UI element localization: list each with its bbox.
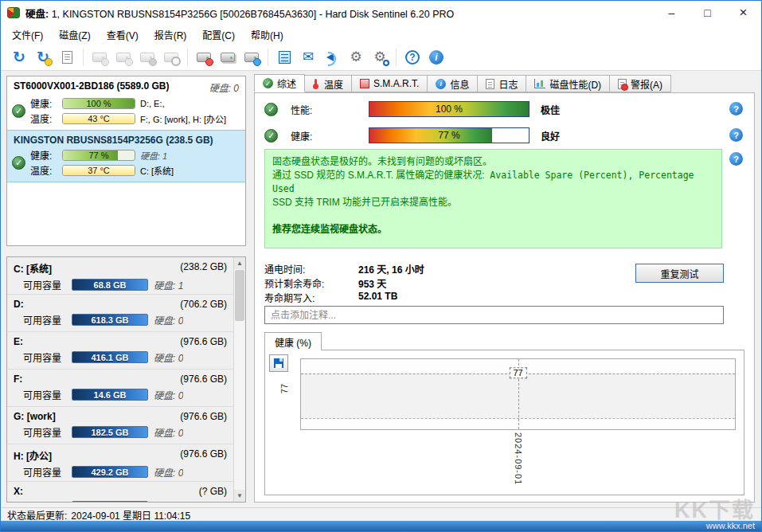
sound-alert-button[interactable] [320, 46, 344, 68]
disk-remove-button[interactable] [240, 46, 264, 68]
status-line: 通过 SSD 规范的 S.M.A.R.T. 属性确定的健康状况: Availab… [272, 169, 714, 196]
free-space-bar: 68.8 GB [72, 279, 148, 291]
health-value: 100 % [63, 99, 135, 109]
partition-name: H: [办公] [14, 448, 52, 462]
free-space-value: 618.3 GB [72, 315, 147, 326]
tab-alerts[interactable]: 警报(A) [610, 75, 671, 92]
content-area: ✓综述 温度 S.M.A.R.T. i信息 日志 磁盘性能(D) 警报(A) ✓… [254, 74, 755, 503]
overview-panel: ✓ 性能: 100 % 极佳 ? ✓ 健康: 77 % 良 [254, 92, 755, 503]
health-bar: 77 % [369, 127, 529, 143]
minimize-button[interactable]: – [654, 1, 690, 25]
sidebar: ST6000VX001-2BD186 (5589.0 GB) 硬盘: 0 ✓ 健… [6, 76, 246, 507]
partition-disk-number: 硬盘: 0 [154, 388, 183, 401]
main-tabs: ✓综述 温度 S.M.A.R.T. i信息 日志 磁盘性能(D) 警报(A) [254, 74, 755, 92]
partition-disk-number: 硬盘: 0 [154, 425, 183, 439]
partition-row-f[interactable]: F:(976.6 GB) 可用容量 14.6 GB 硬盘: 0 [7, 370, 233, 407]
statusbar: 状态最后更新: 2024-09-01 星期日 11:04:15 [1, 507, 761, 521]
temperature-value: 43 °C [63, 114, 135, 124]
settings-button[interactable]: ⚙ [344, 46, 368, 68]
performance-help-icon[interactable]: ? [729, 102, 743, 115]
health-graph-tab-label: 健康 (%) [275, 335, 311, 349]
titlebar: 硬盘: 1, KINGSTON RBUSNS8154P3256G [50026B… [1, 1, 761, 25]
menu-view[interactable]: 查看(V) [99, 25, 147, 44]
partition-row-h[interactable]: H: [办公](976.6 GB) 可用容量 429.2 GB 硬盘: 0 [7, 444, 233, 482]
disk-number: 硬盘: 1 [139, 149, 240, 162]
disk-remove-icon [244, 53, 259, 62]
bar-chart-icon [534, 79, 545, 88]
drive-letters: C: [系统] [139, 164, 240, 177]
toolbar: ↻ ↻ ✉ ⚙ ⚙ ? i [1, 44, 761, 71]
partition-row-d[interactable]: D:(706.2 GB) 可用容量 618.3 GB 硬盘: 0 [7, 295, 233, 332]
performance-rating: 极佳 [541, 103, 560, 116]
retest-button[interactable]: 重复测试 [635, 264, 724, 283]
menu-report[interactable]: 报告(R) [147, 25, 195, 44]
status-line-text: 通过 SSD 规范的 S.M.A.R.T. 属性确定的健康状况: [272, 170, 485, 181]
surface-test-button [88, 46, 111, 68]
plot-area: 77 [300, 358, 736, 430]
disk-item-st6000[interactable]: ST6000VX001-2BD186 (5589.0 GB) 硬盘: 0 ✓ 健… [7, 76, 245, 130]
partition-row-g[interactable]: G: [work](976.6 GB) 可用容量 182.5 GB 硬盘: 0 [7, 407, 233, 444]
disk-eject-icon [197, 53, 211, 62]
free-space-value: 416.1 GB [72, 352, 147, 363]
window-title: 硬盘: 1, KINGSTON RBUSNS8154P3256G [50026B… [25, 6, 654, 21]
partition-row-c[interactable]: C: [系统](238.2 GB) 可用容量 68.8 GB 硬盘: 1 [7, 257, 233, 295]
partition-scrollbar[interactable]: ▲ ▼ [233, 257, 245, 502]
menu-file[interactable]: 文件(F) [4, 25, 51, 44]
scrollbar-thumb[interactable] [235, 270, 244, 321]
free-space-label: 可用容量 [23, 500, 66, 502]
disk-clock-button [111, 46, 135, 68]
partition-size: (706.2 GB) [180, 299, 227, 310]
scroll-down-icon[interactable]: ▼ [234, 490, 245, 502]
report-wizard-icon [62, 51, 72, 64]
close-button[interactable]: × [725, 1, 761, 25]
disk-item-kingston-selected[interactable]: KINGSTON RBUSNS8154P3256G (238.5 GB) ✓ 健… [7, 130, 245, 182]
report-wizard-button[interactable] [55, 46, 79, 68]
partition-row-x[interactable]: X:(? GB) 可用容量 (? GB) [7, 482, 233, 502]
tab-overview[interactable]: ✓综述 [254, 74, 305, 92]
tab-smart[interactable]: S.M.A.R.T. [352, 75, 428, 92]
menu-help[interactable]: 帮助(H) [243, 25, 291, 44]
tab-temperature[interactable]: 温度 [305, 75, 352, 92]
status-help-icon[interactable]: ? [729, 152, 743, 166]
quick-report-button[interactable] [272, 46, 296, 68]
tab-information[interactable]: i信息 [428, 75, 478, 92]
toolbar-separator [396, 49, 397, 66]
send-mail-button[interactable]: ✉ [296, 46, 320, 68]
partition-size: (976.6 GB) [180, 411, 227, 422]
help-button[interactable]: ? [401, 46, 424, 68]
free-space-label: 可用容量 [23, 388, 66, 401]
settings-search-button[interactable]: ⚙ [368, 46, 392, 68]
data-point-label: 77 [509, 367, 526, 378]
partition-name: C: [系统] [14, 261, 52, 275]
free-space-label: 可用容量 [23, 465, 66, 479]
menu-disk[interactable]: 磁盘(Z) [51, 25, 98, 44]
menu-config[interactable]: 配置(C) [194, 25, 243, 44]
info-icon: i [436, 79, 446, 89]
comment-input[interactable] [264, 306, 724, 324]
tab-log[interactable]: 日志 [478, 75, 526, 92]
maximize-button[interactable]: □ [690, 1, 725, 25]
partition-row-e[interactable]: E:(976.6 GB) 可用容量 416.1 GB 硬盘: 0 [7, 332, 233, 370]
free-space-value: 68.8 GB [72, 280, 147, 291]
health-rating: 良好 [541, 129, 560, 143]
save-chart-button[interactable] [269, 354, 288, 372]
window-title-text: 1, KINGSTON RBUSNS8154P3256G [50026B7684… [52, 9, 455, 20]
partition-name: X: [14, 486, 23, 497]
tab-disk-performance[interactable]: 磁盘性能(D) [526, 75, 610, 92]
refresh-status-button[interactable]: ↻ [7, 46, 31, 68]
health-help-icon[interactable]: ? [729, 128, 743, 142]
surface-test-icon [92, 53, 107, 62]
tab-health-graph[interactable]: 健康 (%) [264, 332, 322, 350]
info-button[interactable]: i [424, 46, 448, 68]
lifetime-writes-value: 52.01 TB [358, 291, 397, 304]
app-window: 硬盘: 1, KINGSTON RBUSNS8154P3256G [50026B… [0, 0, 762, 532]
scroll-up-icon[interactable]: ▲ [234, 257, 245, 269]
free-space-label: 可用容量 [23, 278, 66, 291]
help-icon: ? [405, 50, 420, 65]
disk-stack-button[interactable] [216, 46, 240, 68]
health-bar: 100 % [62, 98, 135, 109]
disk-eject-button[interactable] [192, 46, 216, 68]
partition-size: (976.6 GB) [180, 448, 227, 462]
scheduled-refresh-button[interactable]: ↻ [31, 46, 55, 68]
temperature-bar: 43 °C [62, 113, 135, 124]
